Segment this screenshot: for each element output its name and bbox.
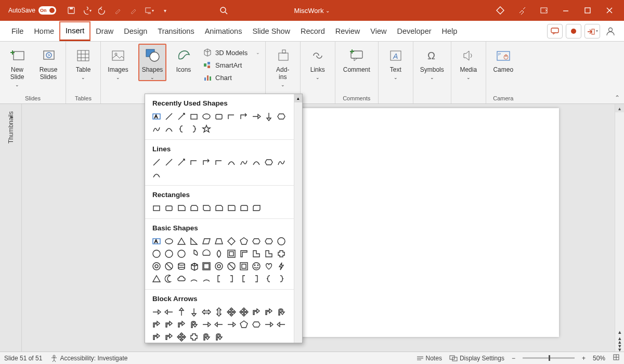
gallery-scrollbar[interactable]: ▴ [294,94,302,343]
shape-oval[interactable] [164,236,174,246]
shape-curve[interactable] [164,124,174,134]
shape-noSym[interactable] [164,261,174,271]
shape-para[interactable] [201,236,212,246]
shape-circle[interactable] [151,249,162,259]
present-icon[interactable]: ▾ [145,6,154,15]
shape-line[interactable] [164,111,174,122]
next-slide-button[interactable]: ▾▾ [615,344,624,352]
shape-smile[interactable] [251,261,262,271]
shape-heart[interactable] [264,261,274,271]
shape-arrowD[interactable] [189,307,199,317]
shape-line[interactable] [164,157,174,167]
shape-hex[interactable] [276,111,287,122]
addins-button[interactable]: Add- ins⌄ [269,44,297,87]
tab-record[interactable]: Record [295,21,330,41]
text-button[interactable]: A Text⌄ [382,44,410,80]
shape-penta[interactable] [239,319,249,330]
shape-star[interactable] [201,124,212,134]
shape-cross[interactable] [189,332,199,342]
shape-arrowR[interactable] [151,307,162,317]
zoom-level[interactable]: 50% [593,355,605,362]
eyedropper-icon[interactable] [113,6,123,15]
shape-circle[interactable] [276,236,287,246]
shape-cross[interactable] [276,249,287,259]
shape-rect[interactable] [151,203,162,213]
shape-halfframe[interactable] [239,249,249,259]
symbols-button[interactable]: Ω Symbols⌄ [417,44,448,80]
shape-scribble[interactable] [239,157,249,167]
shape-elbow[interactable] [226,111,237,122]
close-button[interactable] [603,4,616,17]
shape-circle[interactable] [176,249,187,259]
shape-round2s[interactable] [239,203,249,213]
vertical-scrollbar[interactable]: ▴ ▴ ▴▴ ▾▾ [615,104,624,352]
redo-icon[interactable] [98,6,107,15]
pipette-icon[interactable] [129,6,138,15]
comments-pane-button[interactable] [547,24,563,38]
shape-arrowR[interactable] [226,319,237,330]
shape-noSym[interactable] [226,261,237,271]
shape-rbrkt[interactable] [226,274,237,284]
shape-oval[interactable] [201,111,212,122]
autosave-toggle[interactable]: AutoSave On [8,6,56,15]
shape-bent[interactable] [151,332,162,342]
brush-icon[interactable] [516,4,528,17]
scroll-up-icon[interactable]: ▴ [615,104,624,112]
shape-pie[interactable] [189,249,199,259]
comment-button[interactable]: Comment [339,44,375,74]
scroll-up-icon[interactable]: ▴ [294,94,302,102]
shape-curve[interactable] [151,170,162,180]
shape-tri[interactable] [151,274,162,284]
shape-trap[interactable] [214,236,224,246]
shape-lineA[interactable] [176,111,187,122]
shape-tri[interactable] [176,236,187,246]
shape-bent[interactable] [264,307,274,317]
shape-moon[interactable] [164,274,174,284]
shape-arrowR[interactable] [201,319,212,330]
diamond-icon[interactable] [494,4,506,17]
shape-donut[interactable] [151,261,162,271]
shape-quad[interactable] [226,307,237,317]
tab-review[interactable]: Review [330,21,366,41]
shape-arc[interactable] [201,274,212,284]
links-button[interactable]: Links⌄ [304,44,332,80]
zoom-out-button[interactable]: − [512,355,515,362]
shape-Lshape[interactable] [264,249,274,259]
shape-uturn[interactable] [276,307,287,317]
shape-brR[interactable] [189,124,199,134]
shape-penta[interactable] [239,236,249,246]
new-slide-button[interactable]: New Slide⌄ [3,44,31,87]
thumbnail-pane[interactable]: ▸ Thumbnails [0,104,22,352]
shape-Lshape[interactable] [251,249,262,259]
shape-bent[interactable] [164,332,174,342]
tab-insert[interactable]: Insert [59,21,90,41]
shape-frame[interactable] [226,249,237,259]
shape-bolt[interactable] [276,261,287,271]
chart-button[interactable]: Chart [201,72,262,83]
save-icon[interactable] [67,6,76,15]
shape-sniprnd[interactable] [214,203,224,213]
display-settings-button[interactable]: Display Settings [449,355,504,362]
images-button[interactable]: Images⌄ [104,44,132,80]
share-button[interactable]: ▾ [584,24,600,38]
shape-snip1[interactable] [176,203,187,213]
shape-frame[interactable] [239,261,249,271]
3d-models-button[interactable]: 3D Models ⌄ [201,47,262,58]
shape-lbrkt[interactable] [214,274,224,284]
shape-bent[interactable] [251,307,262,317]
shape-hex[interactable] [264,157,274,167]
tab-transitions[interactable]: Transitions [152,21,199,41]
document-title[interactable]: MiscWork ⌄ [294,7,330,15]
search-button[interactable] [216,3,231,18]
shape-hex[interactable] [264,236,274,246]
shape-uturn[interactable] [201,332,212,342]
shape-chord[interactable] [201,249,212,259]
shape-snip2d[interactable] [201,203,212,213]
tab-file[interactable]: File [6,21,29,41]
shape-arrowD[interactable] [264,111,274,122]
tab-developer[interactable]: Developer [392,21,436,41]
shape-rrect[interactable] [164,203,174,213]
tab-slide-show[interactable]: Slide Show [247,21,295,41]
shape-brR[interactable] [276,274,287,284]
zoom-in-button[interactable]: + [582,355,586,362]
